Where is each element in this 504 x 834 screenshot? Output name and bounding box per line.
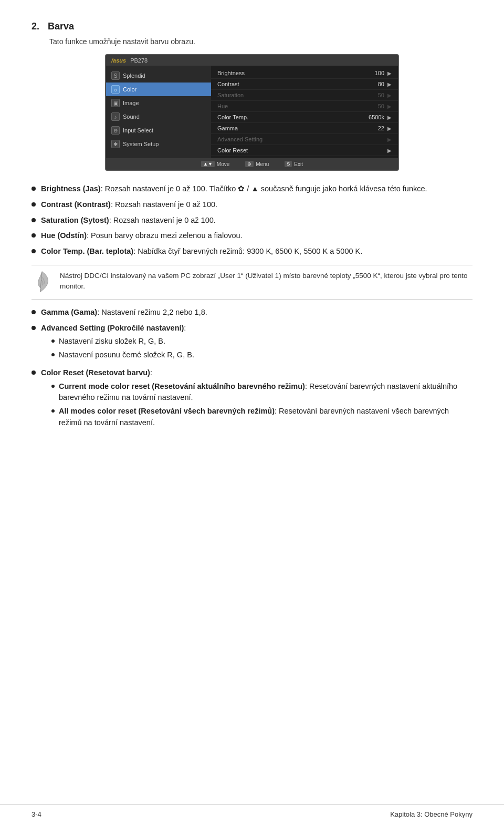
sub-bullet-text: All modes color reset (Resetování všech … — [59, 406, 472, 429]
osd-menu-item-system-setup: ✱System Setup — [106, 137, 211, 151]
bullet-item-color-reset: Color Reset (Resetovat barvu): Current m… — [32, 367, 472, 431]
osd-param-arrow: ▶ — [387, 81, 392, 87]
bullet-text: Gamma (Gama): Nastavení režimu 2,2 nebo … — [41, 307, 472, 318]
sub-bullet-dot — [51, 353, 55, 356]
osd-menu-label-input-select: Input Select — [123, 127, 153, 133]
osd-footer-label: Menu — [256, 161, 269, 167]
section-subtitle: Tato funkce umožňuje nastavit barvu obra… — [49, 37, 472, 46]
osd-param-value: 50 — [365, 103, 384, 109]
bullet-dot — [32, 310, 36, 314]
bullet-term: Hue (Odstín) — [41, 231, 87, 240]
osd-logo: /asus — [111, 57, 126, 64]
bullet-text: Advanced Setting (Pokročilé nastavení): … — [41, 323, 472, 363]
osd-param-arrow: ▶ — [387, 126, 392, 131]
osd-param-row: Contrast 80 ▶ — [211, 79, 398, 90]
osd-left-menu: SSplendid☼Color▣Image♪Sound⊖Input Select… — [106, 66, 211, 158]
osd-param-arrow: ▶ — [387, 92, 392, 98]
osd-menu-label-color: Color — [123, 86, 136, 92]
sub-bullet-term: All modes color reset (Resetování všech … — [59, 407, 275, 415]
sub-bullet-list: Current mode color reset (Resetování akt… — [51, 381, 472, 429]
sub-bullet-dot — [51, 385, 55, 388]
section-title: Barva — [48, 21, 74, 32]
sub-bullet-text: Nastavení posunu černé složek R, G, B. — [59, 349, 194, 361]
bullet-item-hue: Hue (Odstín): Posun barvy obrazu mezi ze… — [32, 230, 472, 242]
bullet-desc: : Nastavení režimu 2,2 nebo 1,8. — [97, 308, 207, 316]
osd-param-value: 100 — [365, 70, 384, 76]
note-icon — [32, 271, 52, 294]
osd-param-row: Gamma 22 ▶ — [211, 123, 398, 134]
osd-menu-item-splendid: SSplendid — [106, 69, 211, 83]
note-box: Nástroj DDC/CI instalovaný na vašem PC z… — [32, 265, 472, 300]
osd-param-arrow: ▶ — [387, 115, 392, 120]
osd-param-row: Color Reset ▶ — [211, 145, 398, 156]
sub-bullet-item: Nastavení zisku složek R, G, B. — [51, 336, 472, 347]
osd-model: PB278 — [130, 57, 148, 64]
bullet-item-color-temp: Color Temp. (Bar. teplota): Nabídka čtyř… — [32, 246, 472, 258]
bullet-desc: : — [150, 368, 152, 377]
bullet-desc: : Rozsah nastavení je 0 až 100. — [109, 216, 216, 224]
osd-param-value: 50 — [365, 92, 384, 98]
osd-footer-item: SExit — [285, 161, 303, 167]
osd-menu-item-sound: ♪Sound — [106, 110, 211, 123]
section-number: 2. — [32, 21, 39, 32]
bullet-item-contrast: Contrast (Kontrast): Rozsah nastavení je… — [32, 199, 472, 211]
osd-param-value: 80 — [365, 81, 384, 87]
osd-footer-item: ▲▼Move — [201, 161, 229, 167]
osd-footer-label: Move — [217, 161, 229, 167]
bullet-dot — [32, 326, 36, 330]
osd-param-row: Advanced Setting ▶ — [211, 134, 398, 145]
sub-bullet-dot — [51, 409, 55, 413]
osd-param-row: Color Temp. 6500k ▶ — [211, 112, 398, 123]
osd-menu-icon-image: ▣ — [111, 99, 120, 107]
bullet-item-saturation: Saturation (Sytost): Rozsah nastavení je… — [32, 215, 472, 226]
footer-page-number: 3-4 — [32, 810, 41, 818]
osd-menu-icon-color: ☼ — [111, 85, 120, 94]
osd-param-row: Hue 50 ▶ — [211, 101, 398, 112]
bullet-term: Color Temp. (Bar. teplota) — [41, 247, 133, 255]
page-container: 2. Barva Tato funkce umožňuje nastavit b… — [0, 0, 504, 468]
bullet-term: Brightness (Jas) — [41, 184, 101, 193]
bullet-dot — [32, 370, 36, 375]
sub-bullet-term: Current mode color reset (Resetování akt… — [59, 382, 305, 390]
osd-footer-icon: ▲▼ — [201, 161, 215, 167]
bullet-item-gamma: Gamma (Gama): Nastavení režimu 2,2 nebo … — [32, 307, 472, 318]
bullet-dot — [32, 249, 36, 253]
bullet-text: Brightness (Jas): Rozsah nastavení je 0 … — [41, 183, 472, 195]
bullet-dot — [32, 218, 36, 222]
bullet-item-brightness: Brightness (Jas): Rozsah nastavení je 0 … — [32, 183, 472, 195]
osd-menu-label-splendid: Splendid — [123, 73, 145, 79]
sub-bullet-text: Nastavení zisku složek R, G, B. — [59, 336, 165, 347]
page-footer: 3-4 Kapitola 3: Obecné Pokyny — [0, 805, 504, 818]
bullet-desc: : Rozsah nastavení je 0 až 100. Tlačítko… — [101, 184, 427, 193]
osd-menu-icon-sound: ♪ — [111, 112, 120, 121]
footer-chapter: Kapitola 3: Obecné Pokyny — [390, 810, 472, 818]
sub-bullet-item: All modes color reset (Resetování všech … — [51, 406, 472, 429]
osd-param-label: Advanced Setting — [217, 136, 365, 142]
osd-param-label: Gamma — [217, 125, 365, 131]
feather-svg — [33, 271, 51, 294]
osd-param-row: Saturation 50 ▶ — [211, 90, 398, 101]
osd-body: SSplendid☼Color▣Image♪Sound⊖Input Select… — [106, 66, 398, 158]
osd-footer: ▲▼Move⊕MenuSExit — [106, 158, 398, 170]
sub-bullet-item: Current mode color reset (Resetování akt… — [51, 381, 472, 404]
osd-right-params: Brightness 100 ▶ Contrast 80 ▶ Saturatio… — [211, 66, 398, 158]
sub-bullet-list: Nastavení zisku složek R, G, B. Nastaven… — [51, 336, 472, 361]
osd-menu-item-input-select: ⊖Input Select — [106, 123, 211, 137]
bullet-dot — [32, 233, 36, 238]
osd-param-arrow: ▶ — [387, 148, 392, 153]
bullet-text: Saturation (Sytost): Rozsah nastavení je… — [41, 215, 472, 226]
osd-param-value: 22 — [365, 125, 384, 131]
bullet-term: Contrast (Kontrast) — [41, 200, 111, 209]
osd-menu-label-sound: Sound — [123, 114, 140, 120]
osd-param-value: 6500k — [365, 114, 384, 120]
sub-bullet-text: Current mode color reset (Resetování akt… — [59, 381, 472, 404]
bullet-text: Color Temp. (Bar. teplota): Nabídka čtyř… — [41, 246, 472, 258]
monitor-osd: /asus PB278 SSplendid☼Color▣Image♪Sound⊖… — [105, 54, 399, 171]
osd-menu-icon-splendid: S — [111, 71, 120, 80]
osd-menu-icon-input-select: ⊖ — [111, 126, 120, 135]
bullet-dot — [32, 202, 36, 207]
bullet-term: Saturation (Sytost) — [41, 216, 109, 224]
sub-bullet-dot — [51, 339, 55, 343]
sub-bullet-item: Nastavení posunu černé složek R, G, B. — [51, 349, 472, 361]
osd-footer-label: Exit — [294, 161, 303, 167]
